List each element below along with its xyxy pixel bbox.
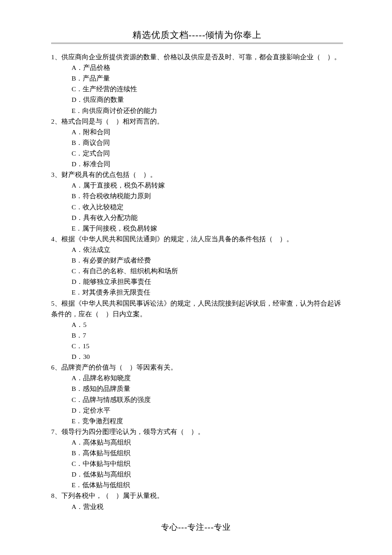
option: D．定价水平 <box>72 405 343 416</box>
question-options: A．依法成立 B．有必要的财产或者经费 C．有自己的名称、组织机构和场所 D．能… <box>51 244 343 298</box>
option: A．5 <box>72 319 343 330</box>
question-text: 6、品牌资产的价值与（ ）等因素有关。 <box>51 362 343 373</box>
option: D．具有收入分配功能 <box>72 212 343 223</box>
question-options: A．营业税 <box>51 501 343 512</box>
option: D．能够独立承担民事责任 <box>72 276 343 287</box>
question-text: 3、财产税具有的优点包括（ ）。 <box>51 169 343 180</box>
option: A．附和合同 <box>72 127 343 137</box>
page-footer: 专心---专注---专业 <box>0 522 392 533</box>
option: B．7 <box>72 330 343 341</box>
option: D．30 <box>72 351 343 362</box>
question-6: 6、品牌资产的价值与（ ）等因素有关。 A．品牌名称知晓度 B．感知的品牌质量 … <box>51 362 343 426</box>
option: C．收入比较稳定 <box>72 202 343 212</box>
question-options: A．品牌名称知晓度 B．感知的品牌质量 C．品牌与情感联系的强度 D．定价水平 … <box>51 373 343 426</box>
option: E．竞争激烈程度 <box>72 416 343 426</box>
option: C．中体贴与中组织 <box>72 458 343 469</box>
option: D．供应商的数量 <box>72 94 343 105</box>
option: B．有必要的财产或者经费 <box>72 255 343 266</box>
question-options: A．属于直接税，税负不易转嫁 B．符合税收纳税能力原则 C．收入比较稳定 D．具… <box>51 180 343 234</box>
question-2: 2、格式合同是与（ ）相对而言的。 A．附和合同 B．商议合同 C．定式合同 D… <box>51 116 343 170</box>
question-options: A．高体贴与高组织 B．高体贴与低组织 C．中体贴与中组织 D．低体贴与高组织 … <box>51 437 343 491</box>
option: E．低体贴与低组织 <box>72 480 343 490</box>
option: A．产品价格 <box>72 62 343 73</box>
option: C．有自己的名称、组织机构和场所 <box>72 266 343 276</box>
question-options: A．附和合同 B．商议合同 C．定式合同 D．标准合同 <box>51 127 343 169</box>
question-8: 8、下列各税中，（ ）属于从量税。 A．营业税 <box>51 490 343 512</box>
page-header: 精选优质文档-----倾情为你奉上 <box>51 29 343 41</box>
question-5: 5、根据《中华人民共和国民事诉讼法》的规定，人民法院接到起诉状后，经审查，认为符… <box>51 298 343 362</box>
question-7: 7、领导行为四分图理论认为，领导方式有（ ）。 A．高体贴与高组织 B．高体贴与… <box>51 426 343 491</box>
option: A．品牌名称知晓度 <box>72 373 343 383</box>
question-text: 1、供应商向企业所提供资源的数量、价格以及供应是否及时、可靠，都会直接影响企业（… <box>51 52 343 62</box>
option: A．营业税 <box>72 501 343 512</box>
option: A．依法成立 <box>72 244 343 255</box>
option: E．对其债务承担无限责任 <box>72 287 343 298</box>
option: C．15 <box>72 341 343 351</box>
document-content: 1、供应商向企业所提供资源的数量、价格以及供应是否及时、可靠，都会直接影响企业（… <box>51 52 343 512</box>
option: E．属于间接税，税负易转嫁 <box>72 223 343 234</box>
question-text: 8、下列各税中，（ ）属于从量税。 <box>51 490 343 501</box>
option: B．符合税收纳税能力原则 <box>72 191 343 201</box>
document-page: 精选优质文档-----倾情为你奉上 1、供应商向企业所提供资源的数量、价格以及供… <box>0 0 392 529</box>
option: D．低体贴与高组织 <box>72 469 343 480</box>
header-divider <box>51 43 343 44</box>
question-text: 7、领导行为四分图理论认为，领导方式有（ ）。 <box>51 426 343 437</box>
option: E．向供应商讨价还价的能力 <box>72 105 343 116</box>
question-4: 4、根据《中华人民共和国民法通则》的规定，法人应当具备的条件包括（ ）。 A．依… <box>51 234 343 298</box>
question-3: 3、财产税具有的优点包括（ ）。 A．属于直接税，税负不易转嫁 B．符合税收纳税… <box>51 169 343 234</box>
option: B．产品产量 <box>72 73 343 84</box>
option: B．感知的品牌质量 <box>72 383 343 394</box>
question-options: A．产品价格 B．产品产量 C．生产经营的连续性 D．供应商的数量 E．向供应商… <box>51 62 343 116</box>
option: D．标准合同 <box>72 159 343 169</box>
option: C．品牌与情感联系的强度 <box>72 394 343 405</box>
option: C．生产经营的连续性 <box>72 84 343 94</box>
question-text: 2、格式合同是与（ ）相对而言的。 <box>51 116 343 127</box>
question-options: A．5 B．7 C．15 D．30 <box>51 319 343 362</box>
question-text: 4、根据《中华人民共和国民法通则》的规定，法人应当具备的条件包括（ ）。 <box>51 234 343 244</box>
option: C．定式合同 <box>72 148 343 159</box>
question-1: 1、供应商向企业所提供资源的数量、价格以及供应是否及时、可靠，都会直接影响企业（… <box>51 52 343 116</box>
option: B．高体贴与低组织 <box>72 448 343 458</box>
option: A．高体贴与高组织 <box>72 437 343 448</box>
question-text: 5、根据《中华人民共和国民事诉讼法》的规定，人民法院接到起诉状后，经审查，认为符… <box>51 298 343 319</box>
option: A．属于直接税，税负不易转嫁 <box>72 180 343 191</box>
option: B．商议合同 <box>72 137 343 148</box>
